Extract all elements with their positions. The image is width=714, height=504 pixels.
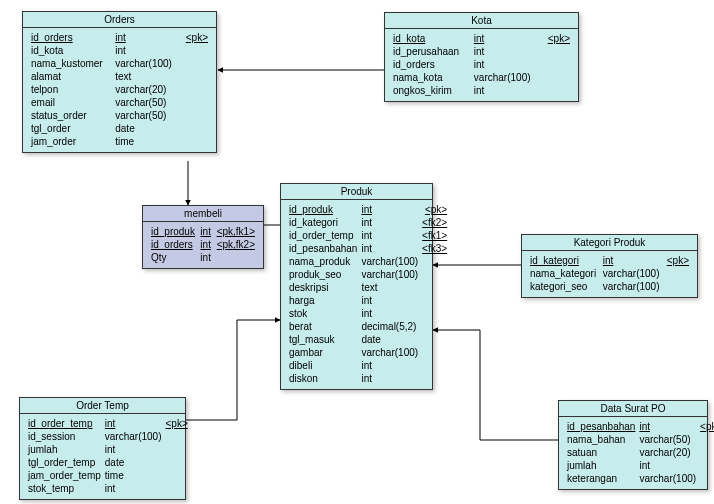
column-type: varchar(100): [359, 346, 420, 359]
entity-title: Kategori Produk: [522, 235, 697, 251]
entity-body: id_produkint<pk>id_kategoriint<fk2>id_or…: [281, 200, 432, 389]
column-row: id_ordersint<pk>: [29, 31, 210, 44]
column-key: [542, 45, 572, 58]
entity-kategori-produk: Kategori Produk id_kategoriint<pk>nama_k…: [521, 234, 698, 298]
column-name: alamat: [29, 70, 113, 83]
column-table: id_produkint<pk>id_kategoriint<fk2>id_or…: [287, 203, 449, 385]
column-row: status_ordervarchar(50): [29, 109, 210, 122]
column-row: id_pesanbahanint<pk>: [565, 420, 714, 433]
column-row: id_produkint<pk>: [287, 203, 449, 216]
column-key: [181, 109, 210, 122]
column-key: [698, 433, 714, 446]
column-type: int: [113, 31, 181, 44]
column-row: gambarvarchar(100): [287, 346, 449, 359]
column-key: <fk2>: [420, 216, 449, 229]
column-row: produk_seovarchar(100): [287, 268, 449, 281]
column-key: [420, 346, 449, 359]
column-row: beratdecimal(5,2): [287, 320, 449, 333]
column-type: int: [472, 45, 542, 58]
column-row: deskripsitext: [287, 281, 449, 294]
column-name: gambar: [287, 346, 359, 359]
column-name: id_pesanbahan: [287, 242, 359, 255]
column-key: [542, 58, 572, 71]
column-type: int: [637, 459, 698, 472]
column-row: jumlahint: [565, 459, 714, 472]
column-key: [181, 44, 210, 57]
column-table: id_ordersint<pk>id_kotaintnama_kustomerv…: [29, 31, 210, 148]
column-key: [664, 280, 691, 293]
column-key: [420, 359, 449, 372]
column-type: date: [103, 456, 164, 469]
column-name: id_pesanbahan: [565, 420, 637, 433]
column-row: id_sessionvarchar(100): [26, 430, 190, 443]
column-type: varchar(100): [359, 268, 420, 281]
column-name: id_orders: [391, 58, 472, 71]
column-key: <pk,fk2>: [213, 238, 257, 251]
column-key: <pk>: [164, 417, 190, 430]
column-type: int: [359, 229, 420, 242]
column-table: id_kotaint<pk>id_perusahaanintid_ordersi…: [391, 32, 572, 97]
column-row: jam_ordertime: [29, 135, 210, 148]
column-type: varchar(100): [601, 267, 664, 280]
column-name: status_order: [29, 109, 113, 122]
column-type: int: [472, 32, 542, 45]
column-type: varchar(100): [472, 71, 542, 84]
column-name: nama_bahan: [565, 433, 637, 446]
column-key: [181, 57, 210, 70]
column-row: id_order_tempint<pk>: [26, 417, 190, 430]
column-row: telponvarchar(20): [29, 83, 210, 96]
column-key: <pk>: [420, 203, 449, 216]
column-row: ongkos_kirimint: [391, 84, 572, 97]
column-type: varchar(100): [601, 280, 664, 293]
column-type: varchar(50): [637, 433, 698, 446]
column-type: varchar(100): [113, 57, 181, 70]
column-type: int: [359, 372, 420, 385]
entity-produk: Produk id_produkint<pk>id_kategoriint<fk…: [280, 183, 433, 390]
column-type: varchar(100): [637, 472, 698, 485]
entity-body: id_ordersint<pk>id_kotaintnama_kustomerv…: [23, 28, 216, 152]
column-key: [420, 294, 449, 307]
column-type: int: [103, 417, 164, 430]
column-name: id_order_temp: [26, 417, 103, 430]
column-type: time: [113, 135, 181, 148]
column-type: varchar(50): [113, 96, 181, 109]
column-name: keterangan: [565, 472, 637, 485]
column-name: dibeli: [287, 359, 359, 372]
column-row: jam_order_temptime: [26, 469, 190, 482]
column-name: tgl_masuk: [287, 333, 359, 346]
column-name: stok_temp: [26, 482, 103, 495]
column-key: [164, 443, 190, 456]
column-key: [164, 456, 190, 469]
column-type: int: [637, 420, 698, 433]
column-type: int: [472, 84, 542, 97]
entity-data-surat-po: Data Surat PO id_pesanbahanint<pk>nama_b…: [558, 400, 708, 490]
column-type: varchar(100): [103, 430, 164, 443]
column-name: id_produk: [149, 225, 198, 238]
column-row: dibeliint: [287, 359, 449, 372]
entity-body: id_produkint<pk,fk1>id_ordersint<pk,fk2>…: [143, 222, 263, 268]
column-table: id_kategoriint<pk>nama_kategorivarchar(1…: [528, 254, 691, 293]
column-row: tgl_masukdate: [287, 333, 449, 346]
entity-body: id_kategoriint<pk>nama_kategorivarchar(1…: [522, 251, 697, 297]
entity-title: membeli: [143, 206, 263, 222]
column-key: [181, 96, 210, 109]
column-name: jam_order: [29, 135, 113, 148]
entity-title: Order Temp: [20, 398, 185, 414]
column-key: <fk3>: [420, 242, 449, 255]
column-row: stok_tempint: [26, 482, 190, 495]
column-key: [420, 333, 449, 346]
column-type: int: [472, 58, 542, 71]
column-name: deskripsi: [287, 281, 359, 294]
column-type: int: [198, 238, 213, 251]
column-name: nama_kota: [391, 71, 472, 84]
entity-title: Data Surat PO: [559, 401, 707, 417]
column-type: varchar(20): [637, 446, 698, 459]
column-row: tgl_order_tempdate: [26, 456, 190, 469]
column-name: id_session: [26, 430, 103, 443]
column-row: keteranganvarchar(100): [565, 472, 714, 485]
column-name: id_produk: [287, 203, 359, 216]
column-type: varchar(100): [359, 255, 420, 268]
column-type: int: [103, 482, 164, 495]
column-key: <pk>: [181, 31, 210, 44]
column-type: int: [359, 242, 420, 255]
